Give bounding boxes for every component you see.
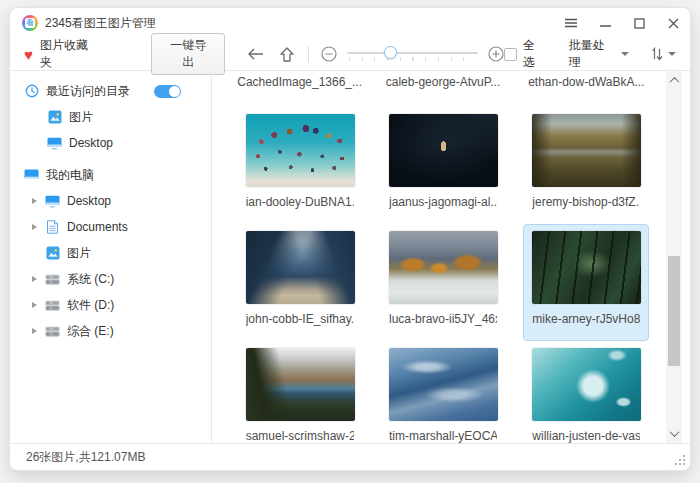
sidebar-item-label: Desktop — [69, 136, 113, 150]
app-logo-icon — [22, 15, 38, 31]
favorites-label: 图片收藏夹 — [40, 37, 100, 71]
sidebar-item-label: 综合 (E:) — [67, 323, 114, 340]
resize-grip[interactable] — [674, 454, 686, 466]
document-icon — [45, 220, 60, 235]
photo-thumbnail[interactable] — [246, 114, 355, 187]
slider-track[interactable] — [347, 52, 478, 54]
photo-item[interactable]: samuel-scrimshaw-2... — [237, 341, 363, 458]
photo-cell: jeremy-bishop-d3fZ... — [515, 107, 658, 224]
toolbar: ♥ 图片收藏夹 一键导出 全选 批量处理 — [10, 38, 690, 71]
sidebar-item-label: 图片 — [69, 109, 93, 126]
scroll-down-icon[interactable] — [666, 426, 682, 441]
computer-section-label: 我的电脑 — [46, 167, 94, 184]
recent-toggle[interactable] — [154, 85, 181, 98]
sidebar: 最近访问的目录 图片Desktop 我的电脑 DesktopDocuments图… — [10, 71, 212, 443]
sidebar-item-label: Documents — [67, 220, 128, 234]
sidebar-item-computer-documents[interactable]: Documents — [10, 214, 211, 240]
sidebar-item-drive-e[interactable]: 综合 (E:) — [10, 318, 211, 344]
toolbar-divider — [308, 46, 309, 62]
partial-top-row: CachedImage_1366_...caleb-george-AtvuP..… — [228, 71, 658, 107]
zoom-slider[interactable] — [347, 44, 478, 64]
photo-item[interactable]: john-cobb-IE_sifhay... — [237, 224, 363, 341]
chevron-down-icon — [668, 52, 676, 56]
statusbar: 26张图片,共121.07MB — [10, 443, 690, 470]
photo-thumbnail[interactable] — [532, 231, 641, 304]
picture-icon — [47, 110, 62, 125]
photo-cell: willian-justen-de-vas... — [515, 341, 658, 458]
chevron-down-icon — [621, 52, 629, 56]
photo-thumbnail[interactable] — [246, 348, 355, 421]
photo-grid-row: samuel-scrimshaw-2...tim-marshall-yEOCA.… — [228, 341, 658, 458]
photo-thumbnail[interactable] — [389, 348, 498, 421]
sidebar-item-label: 软件 (D:) — [67, 297, 114, 314]
photo-filename: ian-dooley-DuBNA1... — [246, 195, 354, 209]
zoom-out-button[interactable] — [321, 46, 337, 62]
sort-dropdown[interactable] — [651, 47, 676, 61]
sidebar-item-drive-c[interactable]: 系统 (C:) — [10, 266, 211, 292]
computer-section-header[interactable]: 我的电脑 — [10, 162, 211, 188]
drive-icon — [45, 298, 60, 313]
picture-icon — [45, 246, 60, 261]
window-title: 2345看图王图片管理 — [45, 15, 156, 32]
expand-arrow-icon[interactable] — [32, 276, 45, 282]
export-button[interactable]: 一键导出 — [151, 33, 225, 75]
app-window: 2345看图王图片管理 ♥ 图片收藏夹 一键导出 — [10, 8, 690, 470]
photo-item[interactable]: luca-bravo-ii5JY_46x... — [380, 224, 506, 341]
batch-process-label: 批量处理 — [569, 37, 616, 71]
photo-thumbnail[interactable] — [532, 114, 641, 187]
sort-order-icon — [651, 47, 663, 61]
scroll-up-icon[interactable] — [666, 73, 682, 88]
batch-process-dropdown[interactable]: 批量处理 — [569, 37, 629, 71]
expand-arrow-icon[interactable] — [32, 302, 45, 308]
sidebar-item-recent-desktop[interactable]: Desktop — [10, 130, 211, 156]
photo-thumbnail[interactable] — [389, 114, 498, 187]
close-button[interactable] — [656, 8, 690, 38]
sidebar-item-drive-d[interactable]: 软件 (D:) — [10, 292, 211, 318]
up-home-button[interactable] — [280, 47, 294, 62]
photo-cell: john-cobb-IE_sifhay... — [228, 224, 371, 341]
expand-arrow-icon[interactable] — [32, 328, 45, 334]
photo-cell: samuel-scrimshaw-2... — [228, 341, 371, 458]
sidebar-item-computer-desktop[interactable]: Desktop — [10, 188, 211, 214]
expand-arrow-icon[interactable] — [32, 224, 45, 230]
maximize-button[interactable] — [622, 8, 656, 38]
minimize-button[interactable] — [588, 8, 622, 38]
recent-section-label: 最近访问的目录 — [46, 83, 130, 100]
photo-filename: samuel-scrimshaw-2... — [246, 429, 354, 443]
monitor-icon — [45, 194, 60, 209]
status-text: 26张图片,共121.07MB — [26, 449, 145, 466]
scrollbar-thumb[interactable] — [668, 256, 680, 366]
computer-icon — [24, 168, 39, 183]
photo-item[interactable]: ian-dooley-DuBNA1... — [237, 107, 363, 224]
photo-cell: mike-arney-rJ5vHo8... — [515, 224, 658, 341]
zoom-in-button[interactable] — [488, 46, 504, 62]
photo-grid-row: john-cobb-IE_sifhay...luca-bravo-ii5JY_4… — [228, 224, 658, 341]
photo-filename[interactable]: CachedImage_1366_... — [237, 75, 362, 89]
photo-filename: luca-bravo-ii5JY_46x... — [389, 312, 497, 326]
photo-filename: tim-marshall-yEOCA... — [389, 429, 497, 443]
select-all-label[interactable]: 全选 — [523, 37, 547, 71]
photo-item[interactable]: jaanus-jagomagi-al... — [380, 107, 506, 224]
expand-arrow-icon[interactable] — [32, 198, 45, 204]
sidebar-item-computer-pictures[interactable]: 图片 — [10, 240, 211, 266]
photo-item[interactable]: tim-marshall-yEOCA... — [380, 341, 506, 458]
photo-item-selected[interactable]: mike-arney-rJ5vHo8... — [523, 224, 649, 341]
photo-thumbnail[interactable] — [389, 231, 498, 304]
back-button[interactable] — [247, 48, 264, 60]
photo-thumbnail[interactable] — [246, 231, 355, 304]
photo-filename: jeremy-bishop-d3fZ... — [532, 195, 640, 209]
photo-filename[interactable]: caleb-george-AtvuP... — [386, 75, 501, 89]
sidebar-item-label: Desktop — [67, 194, 111, 208]
hamburger-menu-icon[interactable] — [554, 8, 588, 38]
window-controls — [554, 8, 690, 38]
photo-filename[interactable]: ethan-dow-dWaBkA... — [528, 75, 644, 89]
photo-thumbnail[interactable] — [532, 348, 641, 421]
photo-grid-row: ian-dooley-DuBNA1...jaanus-jagomagi-al..… — [228, 107, 658, 224]
photo-item[interactable]: jeremy-bishop-d3fZ... — [523, 107, 649, 224]
photo-item[interactable]: willian-justen-de-vas... — [523, 341, 649, 458]
select-all-checkbox[interactable] — [504, 48, 517, 61]
sidebar-item-recent-pictures[interactable]: 图片 — [10, 104, 211, 130]
vertical-scrollbar[interactable] — [666, 71, 682, 443]
sidebar-item-label: 图片 — [67, 245, 91, 262]
recent-section-header[interactable]: 最近访问的目录 — [10, 78, 211, 104]
